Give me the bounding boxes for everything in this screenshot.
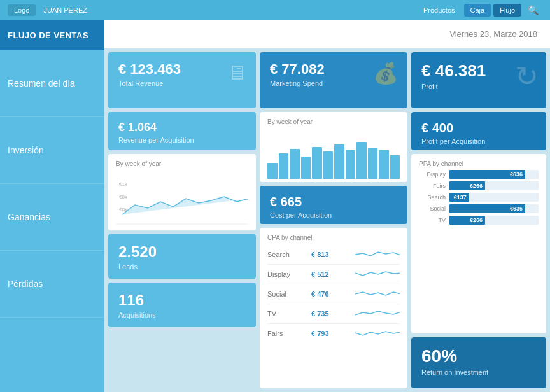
channel-list: Search € 813 Display € 512 Social € 476 [267, 245, 400, 343]
refresh-icon: ↻ [515, 60, 539, 92]
acquisitions-label: Acquisitions [118, 311, 246, 319]
sidebar-item-inversion[interactable]: Inversión [0, 117, 104, 184]
sidebar-item-resumen[interactable]: Resumen del día [0, 50, 104, 117]
ppa-fairs-name: Fairs [419, 183, 446, 189]
fairs-sparkline [355, 327, 400, 340]
channel-display: Display € 512 [267, 265, 400, 284]
ppa-social: Social €636 [419, 204, 539, 213]
profit-card: € 46.381 Profit ↻ [411, 52, 546, 108]
leads-card: 2.520 Leads [108, 234, 256, 279]
ppa-chart-title: PPA by channel [419, 160, 539, 167]
ppa-tv-bar-container: €266 [449, 216, 539, 225]
column-2: € 77.082 Marketing Spend 💰 By week of ye… [260, 52, 407, 388]
marketing-chart-title: By week of year [267, 118, 400, 125]
channel-search: Search € 813 [267, 245, 400, 265]
channel-social-name: Social [267, 290, 302, 298]
sidebar-item-perdidas[interactable]: Pérdidas [0, 251, 104, 318]
nav-productos[interactable]: Productos [417, 4, 462, 17]
ppa-bars: Display €636 Fairs €266 [419, 170, 539, 225]
channel-social: Social € 476 [267, 284, 400, 304]
channel-search-name: Search [267, 251, 302, 258]
cpa-card: € 665 Cost per Acquisition [260, 186, 407, 224]
channel-fairs-value: € 793 [311, 330, 346, 337]
ppa-label: Profit per Acquisition [421, 137, 536, 145]
channel-fairs: Fairs € 793 [267, 324, 400, 343]
ppa-display-bar: €636 [449, 170, 525, 179]
channel-tv: TV € 735 [267, 304, 400, 324]
sidebar-title: FLUJO DE VENTAS [0, 20, 104, 50]
ppa-card: € 400 Profit per Acquisition [411, 112, 546, 150]
roi-card: 60% Return on Investment [411, 337, 546, 388]
tv-sparkline [355, 307, 400, 320]
ppa-search: Search €137 [419, 193, 539, 202]
revenue-chart-title: By week of year [116, 160, 248, 167]
revenue-line-chart: €1k €0k €0k [116, 170, 248, 230]
rpa-value: € 1.064 [118, 121, 246, 134]
ppa-search-bar: €137 [449, 193, 469, 202]
nav-caja[interactable]: Caja [464, 4, 491, 17]
ppa-display-bar-container: €636 [449, 170, 539, 179]
ppa-fairs-bar: €266 [449, 181, 485, 190]
cpa-channels-card: CPA by channel Search € 813 Display € 51… [260, 228, 407, 388]
channel-social-value: € 476 [311, 290, 346, 298]
roi-label: Return on Investment [421, 368, 536, 376]
logo-button[interactable]: Logo [8, 4, 36, 16]
ppa-tv-name: TV [419, 217, 446, 223]
monitor-icon: 🖥 [227, 61, 247, 85]
cpa-label: Cost per Acquisition [270, 211, 397, 219]
cpa-value: € 665 [270, 195, 397, 209]
nav-flujo[interactable]: Flujo [493, 4, 521, 17]
user-name: JUAN PEREZ [43, 6, 87, 14]
ppa-search-name: Search [419, 194, 446, 200]
display-sparkline [355, 268, 400, 281]
rpa-card: € 1.064 Revenue per Acquisition [108, 112, 256, 150]
ppa-display-value: €636 [510, 171, 523, 178]
ppa-chart-card: PPA by channel Display €636 Fairs [411, 154, 546, 333]
channel-fairs-name: Fairs [267, 330, 302, 337]
channel-display-value: € 512 [311, 270, 346, 278]
ppa-fairs: Fairs €266 [419, 181, 539, 190]
sidebar-item-ganancias[interactable]: Ganancias [0, 184, 104, 251]
acquisitions-card: 116 Acquisitions [108, 283, 256, 327]
ppa-value: € 400 [421, 121, 536, 136]
cpa-channels-title: CPA by channel [267, 234, 400, 241]
ppa-tv: TV €266 [419, 216, 539, 225]
svg-text:€0k: €0k [119, 194, 128, 200]
date-display: Viernes 23, Marzo 2018 [449, 29, 537, 39]
ppa-tv-bar: €266 [449, 216, 485, 225]
marketing-chart-card: By week of year [260, 112, 407, 182]
navbar-left: Logo JUAN PEREZ [8, 4, 87, 16]
navbar-right: Productos Caja Flujo 🔍 [417, 3, 542, 18]
ppa-search-bar-container: €137 [449, 193, 539, 202]
svg-text:€0k: €0k [119, 207, 128, 213]
ppa-social-bar-container: €636 [449, 204, 539, 213]
total-revenue-card: € 123.463 Total Revenue 🖥 [108, 52, 256, 108]
revenue-chart-card: By week of year €1k €0k €0k [108, 154, 256, 230]
column-3: € 46.381 Profit ↻ € 400 Profit per Acqui… [411, 52, 546, 388]
rpa-label: Revenue per Acquisition [118, 136, 246, 144]
ppa-social-value: €636 [510, 206, 523, 212]
svg-text:€1k: €1k [119, 181, 128, 187]
social-sparkline [355, 288, 400, 300]
acquisitions-value: 116 [118, 291, 246, 309]
leads-value: 2.520 [118, 243, 246, 261]
channel-search-value: € 813 [311, 251, 346, 258]
ppa-fairs-value: €266 [470, 183, 483, 189]
search-icon[interactable]: 🔍 [524, 3, 542, 18]
main-layout: FLUJO DE VENTAS Resumen del día Inversió… [0, 20, 550, 392]
ppa-tv-value: €266 [470, 217, 483, 223]
ppa-display: Display €636 [419, 170, 539, 179]
ppa-display-name: Display [419, 171, 446, 178]
search-sparkline [355, 248, 400, 261]
money-icon: 💰 [373, 61, 398, 85]
leads-label: Leads [118, 263, 246, 270]
sidebar: FLUJO DE VENTAS Resumen del día Inversió… [0, 20, 104, 392]
channel-tv-value: € 735 [311, 310, 346, 318]
content-header: Viernes 23, Marzo 2018 [104, 20, 550, 48]
ppa-social-name: Social [419, 206, 446, 212]
marketing-spend-card: € 77.082 Marketing Spend 💰 [260, 52, 407, 108]
channel-display-name: Display [267, 270, 302, 278]
roi-value: 60% [421, 346, 536, 367]
navbar: Logo JUAN PEREZ Productos Caja Flujo 🔍 [0, 0, 550, 20]
ppa-search-value: €137 [454, 194, 467, 200]
